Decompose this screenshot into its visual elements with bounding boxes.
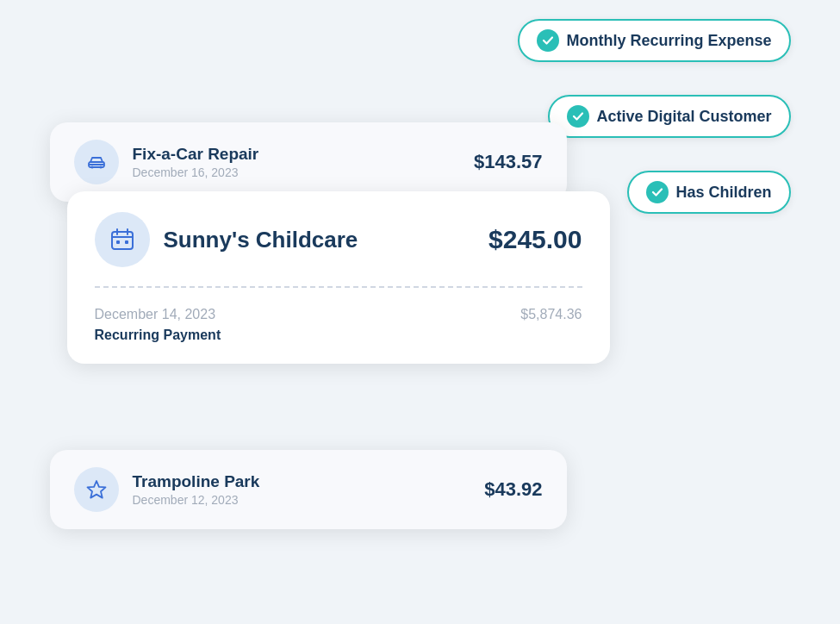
svg-rect-5	[125, 240, 128, 244]
car-icon-circle	[74, 140, 119, 184]
fix-a-car-card: Fix-a-Car Repair December 16, 2023 $143.…	[50, 122, 567, 202]
star-icon-circle	[74, 467, 119, 512]
fix-a-car-info: Fix-a-Car Repair December 16, 2023	[133, 145, 460, 179]
detail-date: December 14, 2023	[95, 307, 216, 322]
sunnys-childcare-card: Sunny's Childcare $245.00 December 14, 2…	[67, 191, 610, 364]
fix-a-car-name: Fix-a-Car Repair	[133, 145, 460, 164]
fix-a-car-amount: $143.57	[474, 151, 543, 173]
svg-marker-6	[87, 481, 105, 498]
check-icon	[567, 105, 589, 128]
trampoline-amount: $43.92	[484, 478, 542, 501]
svg-point-2	[99, 166, 102, 169]
trampoline-date: December 12, 2023	[133, 493, 471, 507]
trampoline-name: Trampoline Park	[133, 472, 471, 491]
sunnys-transaction-row: Sunny's Childcare $245.00	[95, 212, 582, 267]
svg-rect-3	[112, 232, 133, 249]
calendar-icon-circle	[95, 212, 150, 267]
sunnys-name: Sunny's Childcare	[164, 227, 476, 253]
check-icon	[537, 29, 559, 52]
detail-row: December 14, 2023 $5,874.36	[95, 307, 582, 322]
detail-amount: $5,874.36	[520, 307, 582, 322]
has-children-tag: Has Children	[627, 171, 790, 214]
sunnys-amount: $245.00	[488, 225, 582, 254]
monthly-recurring-tag: Monthly Recurring Expense	[518, 19, 790, 62]
divider	[95, 286, 582, 288]
active-digital-customer-tag: Active Digital Customer	[548, 95, 790, 138]
transaction-row: Fix-a-Car Repair December 16, 2023 $143.…	[74, 140, 543, 184]
trampoline-park-card: Trampoline Park December 12, 2023 $43.92	[50, 450, 567, 529]
sunnys-info: Sunny's Childcare	[164, 227, 476, 253]
detail-label: Recurring Payment	[95, 328, 582, 343]
svg-rect-4	[116, 240, 120, 244]
svg-point-1	[90, 166, 93, 169]
trampoline-transaction-row: Trampoline Park December 12, 2023 $43.92	[74, 467, 543, 512]
trampoline-info: Trampoline Park December 12, 2023	[133, 472, 471, 507]
fix-a-car-date: December 16, 2023	[133, 165, 460, 179]
check-icon	[646, 181, 669, 203]
